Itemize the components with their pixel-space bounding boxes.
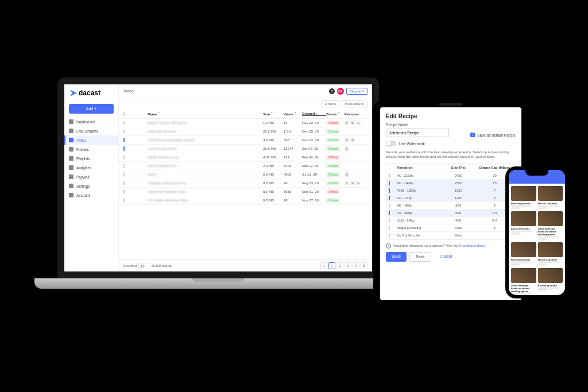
rendition-checkbox[interactable] [389, 196, 390, 200]
col-created[interactable]: Created ↓ [302, 112, 326, 116]
rendition-checkbox[interactable] [389, 233, 390, 238]
media-card[interactable]: Office Redesign - based on shared workin… [511, 268, 536, 295]
media-card[interactable]: Recording StudioLorem ipsum dolor sit am… [511, 186, 536, 209]
nav-item-analytics[interactable]: Analytics˅ [64, 163, 118, 172]
knowledge-base-link[interactable]: Knowledge Base [459, 244, 485, 247]
page-number[interactable]: 1 [328, 262, 335, 269]
rendition-row[interactable]: SD - 480p8542 [386, 202, 515, 209]
rendition-checkbox[interactable] [389, 203, 390, 208]
table-row[interactable]: Videoville Services20.2 MB1.5 KDec 25, 1… [119, 127, 372, 136]
row-checkbox[interactable] [123, 138, 125, 142]
nav-item-paywall[interactable]: Paywall˅ [64, 172, 118, 181]
recipe-name-input[interactable]: Johanna's Recipe [386, 129, 449, 137]
row-checkbox[interactable] [123, 181, 125, 185]
nav-item-video[interactable]: Video [64, 135, 118, 145]
help-icon[interactable]: ? [329, 88, 335, 94]
feature-icon: ⊕ [350, 138, 355, 142]
media-card[interactable]: Mozart ConstanteLorem ipsum dolor sit am… [538, 242, 563, 266]
media-card[interactable]: Mozart ConstanteLorem ipsum dolor sit am… [538, 186, 563, 209]
media-card[interactable]: Recording StudioLorem ipsum dolor sit am… [511, 242, 536, 266]
rendition-checkbox[interactable] [389, 218, 390, 223]
page-number[interactable]: 3 [345, 262, 351, 269]
add-button[interactable]: Add + [69, 104, 114, 114]
rendition-row[interactable]: FHD - 1080p19207 [386, 187, 515, 195]
page-first[interactable]: « [320, 262, 327, 269]
nav-item-folders[interactable]: Folders [64, 145, 118, 154]
nav-item-live-streams[interactable]: Live Streams [64, 126, 118, 135]
row-checkbox[interactable] [123, 121, 125, 125]
row-checkbox[interactable] [123, 155, 125, 160]
cancel-button[interactable]: Cancel [434, 252, 458, 262]
page-number[interactable]: 5 [361, 262, 368, 269]
status-badge: Online [326, 172, 340, 177]
rendition-checkbox[interactable] [389, 181, 390, 185]
status-badge: Offline [326, 121, 340, 125]
feature-icon: ⊕ [350, 121, 355, 125]
rendition-checkbox[interactable] [389, 188, 390, 193]
nav-icon [69, 184, 74, 188]
rendition-row[interactable]: HD - 720p12805 [386, 195, 515, 202]
save-button[interactable]: Save [386, 252, 407, 262]
nav-item-account[interactable]: Account˅ [64, 191, 118, 200]
rendition-row[interactable]: 4K - 2160p348020 [386, 172, 515, 180]
select-all-checkbox[interactable] [123, 112, 125, 117]
page-number[interactable]: 2 [336, 262, 343, 269]
rendition-row[interactable]: LD - 360p6401.5 [386, 209, 515, 217]
rendition-row[interactable]: Do Not EncodeAuto [386, 232, 515, 239]
sidebar: dacast Add + DashboardLive StreamsVideoF… [64, 84, 119, 271]
media-card[interactable]: About WisemansLorem ipsum dolor sit amet… [511, 211, 536, 240]
watermark-toggle[interactable] [386, 141, 396, 146]
page-number[interactable]: 4 [353, 262, 359, 269]
save-default-checkbox[interactable] [470, 133, 475, 137]
status-badge: Online [326, 198, 340, 203]
row-checkbox[interactable] [123, 189, 125, 194]
table-row[interactable]: GaNN America Corp4.56 MB223Feb 04, 20Off… [119, 153, 372, 162]
nav-item-settings[interactable]: Settings˅ [64, 181, 118, 191]
rendition-checkbox[interactable] [389, 173, 390, 178]
row-checkbox[interactable] [123, 172, 125, 177]
col-views[interactable]: Views ˅ [284, 112, 302, 116]
rendition-row[interactable]: ULD - 240p4260.5 [386, 217, 515, 224]
rendition-row[interactable]: 2K - 1440p256015 [386, 180, 515, 187]
table-row[interactable]: Home Satellite Svc2.3 MB6443Mar 12, 20On… [119, 162, 372, 170]
rendition-row[interactable]: Magic EncodingAuto5 [386, 224, 515, 232]
table-row[interactable]: Tidalwave Electronics Inc9.8 MB90Aug 23,… [119, 179, 372, 188]
col-size[interactable]: Size ˅ [263, 112, 284, 116]
rendition-checkbox[interactable] [389, 211, 390, 215]
feature-icon: ⊕ [350, 181, 355, 185]
media-card[interactable]: Office Redesign - based on shared workin… [538, 211, 563, 240]
per-page-select[interactable]: 10 ˅ [138, 263, 149, 269]
status-badge: Online [326, 138, 340, 142]
rendition-checkbox[interactable] [389, 226, 390, 230]
avatar[interactable]: DA [337, 88, 344, 95]
table-row[interactable]: Baxter Custom Wiring Inc1.0 MB14Nov 02, … [119, 119, 372, 127]
table-row[interactable]: Lakewood Satellite Video8.0 MB8665Sep 01… [119, 188, 372, 196]
card-thumbnail [511, 186, 536, 201]
row-checkbox[interactable] [123, 129, 125, 134]
chevron-down-icon: ˅ [112, 166, 114, 170]
table-row[interactable]: Fox Digital Television Mkts9.8 MB98Nov 0… [119, 196, 372, 205]
status-badge: Offline [326, 189, 340, 194]
card-thumbnail [538, 211, 563, 226]
media-card[interactable]: Recording StudioLorem ipsum dolor sit am… [538, 268, 563, 295]
row-checkbox[interactable] [123, 146, 125, 151]
nav-item-playlists[interactable]: Playlists [64, 154, 118, 163]
table-row[interactable]: Comcast Sportsnet22.8 MB12344Jan 02, 20O… [119, 145, 372, 153]
pagination: Showing 10 ˅ of 200 results « 12345 [119, 259, 372, 271]
main-content: Video ? DA Upgrade 2 items Bulk Actions [119, 84, 372, 271]
table-row[interactable]: WVIA2.0 MB4563Jul 16, 20Online$ [119, 170, 372, 179]
col-status[interactable]: Status ˅ [326, 112, 345, 116]
upgrade-button[interactable]: Upgrade [346, 88, 368, 95]
table-row[interactable]: C7110 North Suburban Access3.9 MB568Nov … [119, 136, 372, 145]
row-checkbox[interactable] [123, 198, 125, 203]
card-thumbnail [538, 242, 563, 257]
col-name[interactable]: Name ˅ [148, 112, 263, 116]
row-checkbox[interactable] [123, 164, 125, 168]
bulk-actions-button[interactable]: Bulk Actions [342, 100, 368, 107]
card-thumbnail [511, 242, 536, 257]
nav-item-dashboard[interactable]: Dashboard [64, 117, 118, 126]
feature-icon: ● [356, 181, 361, 185]
back-button[interactable]: Back [409, 252, 431, 262]
card-thumbnail [538, 186, 563, 201]
help-text: i Need help choosing your presets? Visit… [386, 243, 516, 249]
